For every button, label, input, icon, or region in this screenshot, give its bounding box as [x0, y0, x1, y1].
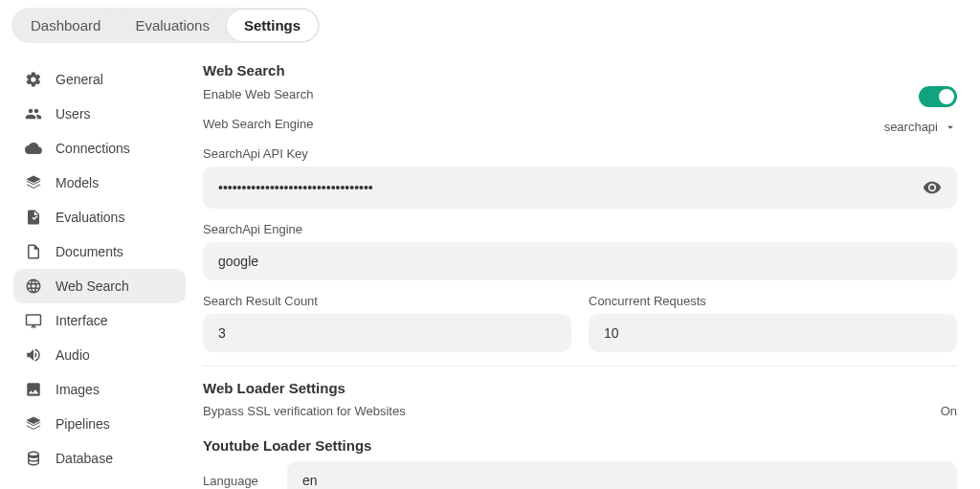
top-tabs: Dashboard Evaluations Settings: [0, 0, 980, 51]
sidebar-item-database[interactable]: Database: [13, 441, 186, 476]
concurrent-requests-input[interactable]: 10: [589, 314, 957, 352]
tab-evaluations[interactable]: Evaluations: [118, 10, 227, 41]
database-icon: [25, 450, 42, 467]
section-title-web-search: Web Search: [203, 62, 957, 78]
searchapi-engine-label: SearchApi Engine: [203, 222, 957, 236]
settings-content: Web Search Enable Web Search Web Search …: [203, 62, 967, 489]
sidebar-item-general[interactable]: General: [13, 62, 186, 97]
layers-icon: [25, 415, 42, 433]
api-key-input-wrap: •••••••••••••••••••••••••••••••••: [203, 167, 957, 209]
enable-web-search-label: Enable Web Search: [203, 87, 313, 101]
bypass-ssl-label: Bypass SSL verification for Websites: [203, 404, 406, 418]
speaker-icon: [25, 346, 42, 364]
sidebar-item-pipelines[interactable]: Pipelines: [13, 407, 186, 441]
sidebar-item-label: Users: [56, 106, 91, 122]
document-icon: [25, 243, 42, 260]
sidebar-item-connections[interactable]: Connections: [13, 131, 186, 166]
sidebar-item-label: Web Search: [56, 278, 129, 294]
bypass-ssl-toggle[interactable]: On: [941, 404, 957, 418]
sidebar-item-label: Connections: [56, 141, 130, 156]
section-title-youtube: Youtube Loader Settings: [203, 437, 957, 454]
sidebar-item-users[interactable]: Users: [13, 97, 186, 131]
sidebar-item-interface[interactable]: Interface: [13, 303, 186, 338]
sidebar-item-label: Documents: [56, 244, 123, 259]
sidebar-item-documents[interactable]: Documents: [13, 234, 186, 269]
divider: [203, 366, 957, 367]
eye-icon[interactable]: [923, 178, 942, 197]
sidebar-item-label: Images: [56, 382, 100, 397]
sidebar-item-label: Evaluations: [56, 210, 124, 225]
sidebar-item-models[interactable]: Models: [13, 166, 186, 200]
settings-sidebar: General Users Connections Models Evaluat…: [13, 62, 186, 489]
users-icon: [25, 105, 42, 122]
sidebar-item-label: Audio: [56, 347, 90, 363]
globe-icon: [25, 278, 42, 295]
api-key-input[interactable]: •••••••••••••••••••••••••••••••••: [218, 180, 373, 195]
tab-group: Dashboard Evaluations Settings: [11, 8, 320, 43]
stack-icon: [25, 174, 42, 191]
sidebar-item-label: Models: [56, 175, 99, 190]
section-title-web-loader: Web Loader Settings: [203, 380, 957, 396]
searchapi-engine-input[interactable]: google: [203, 242, 957, 280]
sidebar-item-images[interactable]: Images: [13, 372, 186, 407]
web-search-engine-select[interactable]: searchapi: [884, 120, 957, 134]
cloud-icon: [25, 140, 42, 157]
result-count-label: Search Result Count: [203, 294, 571, 308]
sidebar-item-label: General: [56, 72, 103, 87]
document-check-icon: [25, 209, 42, 226]
monitor-icon: [25, 312, 42, 329]
language-input[interactable]: en: [287, 461, 957, 489]
enable-web-search-toggle[interactable]: [919, 86, 957, 107]
sidebar-item-audio[interactable]: Audio: [13, 338, 186, 372]
api-key-label: SearchApi API Key: [203, 146, 957, 161]
gear-icon: [25, 71, 42, 88]
language-label: Language: [203, 474, 270, 488]
sidebar-item-label: Database: [56, 451, 113, 466]
web-search-engine-label: Web Search Engine: [203, 117, 313, 131]
sidebar-item-web-search[interactable]: Web Search: [13, 269, 186, 303]
chevron-down-icon: [944, 121, 957, 134]
result-count-input[interactable]: 3: [203, 314, 571, 352]
web-search-engine-value: searchapi: [884, 120, 938, 134]
tab-settings[interactable]: Settings: [227, 10, 318, 41]
sidebar-item-label: Interface: [56, 313, 107, 328]
image-icon: [25, 381, 42, 398]
tab-dashboard[interactable]: Dashboard: [13, 10, 118, 41]
sidebar-item-evaluations[interactable]: Evaluations: [13, 200, 186, 234]
sidebar-item-label: Pipelines: [56, 416, 110, 432]
concurrent-requests-label: Concurrent Requests: [589, 294, 957, 308]
